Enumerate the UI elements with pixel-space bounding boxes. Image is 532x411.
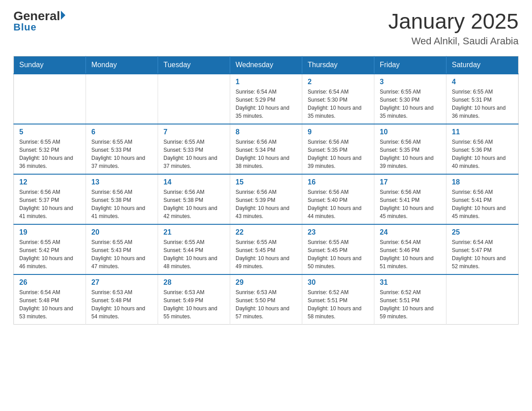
day-number: 29: [236, 278, 296, 287]
day-info: Sunrise: 6:56 AMSunset: 5:39 PMDaylight:…: [236, 188, 296, 220]
day-info: Sunrise: 6:53 AMSunset: 5:49 PMDaylight:…: [163, 288, 224, 321]
day-number: 7: [163, 128, 224, 136]
header-tuesday: Tuesday: [158, 56, 230, 74]
calendar-cell: 2Sunrise: 6:54 AMSunset: 5:30 PMDaylight…: [302, 74, 374, 124]
day-info: Sunrise: 6:54 AMSunset: 5:48 PMDaylight:…: [19, 288, 80, 321]
day-info: Sunrise: 6:55 AMSunset: 5:32 PMDaylight:…: [19, 138, 80, 170]
day-number: 5: [19, 128, 80, 136]
day-number: 24: [380, 228, 441, 236]
calendar-cell: 6Sunrise: 6:55 AMSunset: 5:33 PMDaylight…: [86, 124, 158, 174]
day-number: 14: [163, 178, 224, 186]
header-thursday: Thursday: [302, 56, 374, 74]
calendar-cell: 13Sunrise: 6:56 AMSunset: 5:38 PMDayligh…: [86, 174, 158, 224]
day-info: Sunrise: 6:56 AMSunset: 5:41 PMDaylight:…: [452, 188, 513, 220]
day-number: 1: [236, 78, 296, 86]
calendar-week-row: 19Sunrise: 6:55 AMSunset: 5:42 PMDayligh…: [14, 224, 519, 274]
day-info: Sunrise: 6:55 AMSunset: 5:30 PMDaylight:…: [380, 88, 441, 120]
day-info: Sunrise: 6:55 AMSunset: 5:42 PMDaylight:…: [19, 238, 80, 270]
calendar-cell: 9Sunrise: 6:56 AMSunset: 5:35 PMDaylight…: [302, 124, 374, 174]
day-number: 11: [452, 128, 513, 136]
calendar-cell: 20Sunrise: 6:55 AMSunset: 5:43 PMDayligh…: [86, 224, 158, 274]
calendar-cell: 31Sunrise: 6:52 AMSunset: 5:51 PMDayligh…: [374, 274, 446, 325]
day-number: 3: [380, 78, 441, 86]
calendar-cell: 8Sunrise: 6:56 AMSunset: 5:34 PMDaylight…: [230, 124, 302, 174]
calendar-cell: 17Sunrise: 6:56 AMSunset: 5:41 PMDayligh…: [374, 174, 446, 224]
title-area: January 2025 Wed Alnkil, Saudi Arabia: [388, 9, 519, 47]
header-monday: Monday: [86, 56, 158, 74]
header-saturday: Saturday: [446, 56, 519, 74]
day-number: 26: [19, 278, 80, 287]
calendar-cell: [158, 74, 230, 124]
day-info: Sunrise: 6:56 AMSunset: 5:38 PMDaylight:…: [91, 188, 152, 220]
calendar-cell: 23Sunrise: 6:55 AMSunset: 5:45 PMDayligh…: [302, 224, 374, 274]
calendar-cell: [14, 74, 86, 124]
calendar-cell: 30Sunrise: 6:52 AMSunset: 5:51 PMDayligh…: [302, 274, 374, 325]
day-info: Sunrise: 6:56 AMSunset: 5:35 PMDaylight:…: [308, 138, 369, 170]
day-info: Sunrise: 6:56 AMSunset: 5:35 PMDaylight:…: [380, 138, 441, 170]
calendar-cell: 5Sunrise: 6:55 AMSunset: 5:32 PMDaylight…: [14, 124, 86, 174]
day-number: 8: [236, 128, 296, 136]
calendar-cell: 12Sunrise: 6:56 AMSunset: 5:37 PMDayligh…: [14, 174, 86, 224]
day-info: Sunrise: 6:54 AMSunset: 5:47 PMDaylight:…: [452, 238, 513, 270]
calendar-cell: 28Sunrise: 6:53 AMSunset: 5:49 PMDayligh…: [158, 274, 230, 325]
calendar-cell: 22Sunrise: 6:55 AMSunset: 5:45 PMDayligh…: [230, 224, 302, 274]
day-info: Sunrise: 6:52 AMSunset: 5:51 PMDaylight:…: [308, 288, 369, 321]
calendar-cell: 18Sunrise: 6:56 AMSunset: 5:41 PMDayligh…: [446, 174, 519, 224]
day-number: 19: [19, 228, 80, 236]
calendar-header-row: Sunday Monday Tuesday Wednesday Thursday…: [14, 56, 519, 74]
page-title: January 2025: [388, 9, 519, 34]
page-header: General Blue January 2025 Wed Alnkil, Sa…: [13, 9, 519, 47]
calendar-cell: 7Sunrise: 6:55 AMSunset: 5:33 PMDaylight…: [158, 124, 230, 174]
day-info: Sunrise: 6:55 AMSunset: 5:44 PMDaylight:…: [163, 238, 224, 270]
calendar-cell: 25Sunrise: 6:54 AMSunset: 5:47 PMDayligh…: [446, 224, 519, 274]
logo-arrow-icon: [61, 11, 65, 20]
day-info: Sunrise: 6:52 AMSunset: 5:51 PMDaylight:…: [380, 288, 441, 321]
calendar-cell: 19Sunrise: 6:55 AMSunset: 5:42 PMDayligh…: [14, 224, 86, 274]
day-number: 18: [452, 178, 513, 186]
day-info: Sunrise: 6:53 AMSunset: 5:50 PMDaylight:…: [236, 288, 296, 321]
calendar-cell: 15Sunrise: 6:56 AMSunset: 5:39 PMDayligh…: [230, 174, 302, 224]
day-number: 15: [236, 178, 296, 186]
day-number: 10: [380, 128, 441, 136]
day-info: Sunrise: 6:56 AMSunset: 5:40 PMDaylight:…: [308, 188, 369, 220]
day-number: 16: [308, 178, 369, 186]
header-wednesday: Wednesday: [230, 56, 302, 74]
day-info: Sunrise: 6:55 AMSunset: 5:33 PMDaylight:…: [91, 138, 152, 170]
day-number: 25: [452, 228, 513, 236]
calendar-cell: [446, 274, 519, 325]
day-info: Sunrise: 6:54 AMSunset: 5:30 PMDaylight:…: [308, 88, 369, 120]
logo-blue: Blue: [13, 21, 37, 33]
day-number: 20: [91, 228, 152, 236]
day-number: 4: [452, 78, 513, 86]
calendar-cell: [86, 74, 158, 124]
day-info: Sunrise: 6:53 AMSunset: 5:48 PMDaylight:…: [91, 288, 152, 321]
day-number: 13: [91, 178, 152, 186]
day-number: 23: [308, 228, 369, 236]
day-info: Sunrise: 6:55 AMSunset: 5:31 PMDaylight:…: [452, 88, 513, 120]
logo: General Blue: [13, 9, 65, 33]
calendar-cell: 11Sunrise: 6:56 AMSunset: 5:36 PMDayligh…: [446, 124, 519, 174]
calendar-cell: 4Sunrise: 6:55 AMSunset: 5:31 PMDaylight…: [446, 74, 519, 124]
calendar-cell: 14Sunrise: 6:56 AMSunset: 5:38 PMDayligh…: [158, 174, 230, 224]
calendar-table: Sunday Monday Tuesday Wednesday Thursday…: [13, 56, 519, 325]
calendar-cell: 16Sunrise: 6:56 AMSunset: 5:40 PMDayligh…: [302, 174, 374, 224]
day-info: Sunrise: 6:56 AMSunset: 5:36 PMDaylight:…: [452, 138, 513, 170]
day-number: 6: [91, 128, 152, 136]
header-sunday: Sunday: [14, 56, 86, 74]
day-number: 22: [236, 228, 296, 236]
calendar-cell: 24Sunrise: 6:54 AMSunset: 5:46 PMDayligh…: [374, 224, 446, 274]
header-friday: Friday: [374, 56, 446, 74]
day-info: Sunrise: 6:55 AMSunset: 5:45 PMDaylight:…: [308, 238, 369, 270]
day-number: 30: [308, 278, 369, 287]
day-info: Sunrise: 6:55 AMSunset: 5:33 PMDaylight:…: [163, 138, 224, 170]
calendar-week-row: 1Sunrise: 6:54 AMSunset: 5:29 PMDaylight…: [14, 74, 519, 124]
day-number: 27: [91, 278, 152, 287]
day-number: 28: [163, 278, 224, 287]
day-info: Sunrise: 6:55 AMSunset: 5:43 PMDaylight:…: [91, 238, 152, 270]
day-number: 9: [308, 128, 369, 136]
day-number: 31: [380, 278, 441, 287]
calendar-week-row: 26Sunrise: 6:54 AMSunset: 5:48 PMDayligh…: [14, 274, 519, 325]
day-number: 17: [380, 178, 441, 186]
calendar-cell: 27Sunrise: 6:53 AMSunset: 5:48 PMDayligh…: [86, 274, 158, 325]
calendar-cell: 1Sunrise: 6:54 AMSunset: 5:29 PMDaylight…: [230, 74, 302, 124]
